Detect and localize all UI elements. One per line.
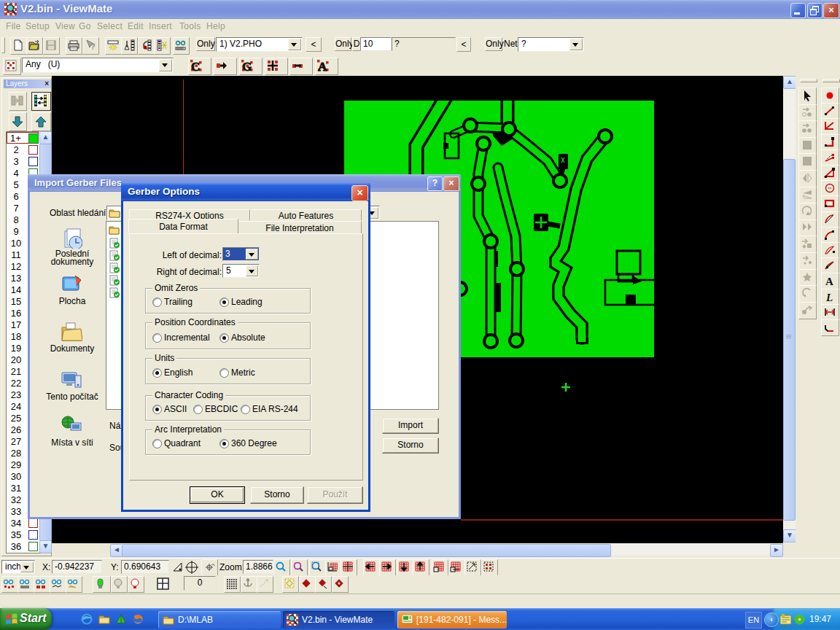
svg-text:A: A (825, 276, 833, 287)
svg-text:L: L (825, 292, 833, 303)
svg-text:A: A (318, 60, 327, 71)
svg-text:C: C (191, 60, 200, 71)
svg-text:?: ? (90, 42, 96, 51)
svg-text:G: G (242, 60, 252, 71)
